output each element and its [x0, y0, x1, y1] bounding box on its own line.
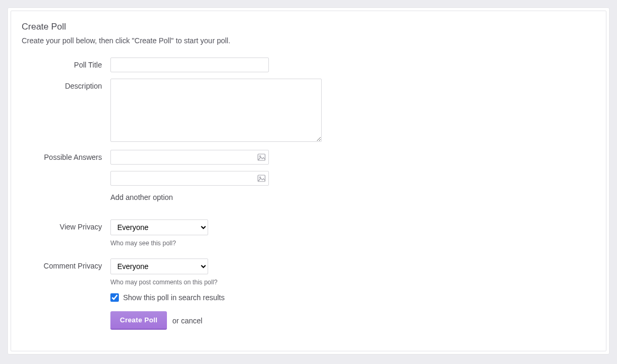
view-privacy-help: Who may see this poll? — [110, 240, 595, 247]
row-comment-privacy: Comment Privacy Everyone Who may post co… — [22, 258, 595, 286]
poll-title-input[interactable] — [110, 58, 269, 72]
row-possible-answers: Possible Answers — [22, 150, 595, 202]
add-option-link[interactable]: Add another option — [110, 193, 173, 202]
page-title: Create Poll — [22, 22, 595, 32]
answer-input-1[interactable] — [110, 150, 269, 165]
label-description: Description — [22, 79, 110, 90]
action-row: Create Poll or cancel — [110, 311, 595, 330]
search-results-label: Show this poll in search results — [123, 293, 225, 302]
answer-input-2[interactable] — [110, 171, 269, 186]
cancel-link[interactable]: cancel — [181, 317, 202, 325]
image-icon[interactable] — [256, 152, 267, 162]
label-comment-privacy: Comment Privacy — [22, 258, 110, 270]
answer-option-1 — [110, 150, 269, 165]
search-results-checkbox[interactable] — [110, 293, 119, 302]
comment-privacy-help: Who may post comments on this poll? — [110, 279, 595, 286]
description-input[interactable] — [110, 79, 322, 142]
label-view-privacy: View Privacy — [22, 219, 110, 231]
create-poll-button[interactable]: Create Poll — [110, 311, 167, 330]
label-possible-answers: Possible Answers — [22, 150, 110, 161]
row-description: Description — [22, 79, 595, 143]
row-view-privacy: View Privacy Everyone Who may see this p… — [22, 219, 595, 247]
or-text: or — [172, 317, 179, 325]
svg-point-3 — [259, 177, 260, 178]
search-results-checkbox-row: Show this poll in search results — [110, 293, 595, 302]
answer-option-2 — [110, 171, 269, 186]
svg-point-1 — [259, 156, 260, 157]
image-icon[interactable] — [256, 173, 267, 184]
label-poll-title: Poll Title — [22, 58, 110, 69]
comment-privacy-select[interactable]: Everyone — [110, 258, 208, 274]
or-cancel-group: or cancel — [172, 317, 202, 325]
row-search-checkbox: Show this poll in search results Create … — [22, 293, 595, 330]
page-subtitle: Create your poll below, then click "Crea… — [22, 36, 595, 45]
card-inner: Create Poll Create your poll below, then… — [11, 11, 606, 351]
row-poll-title: Poll Title — [22, 58, 595, 72]
view-privacy-select[interactable]: Everyone — [110, 219, 208, 235]
card-outer: Create Poll Create your poll below, then… — [7, 7, 610, 355]
